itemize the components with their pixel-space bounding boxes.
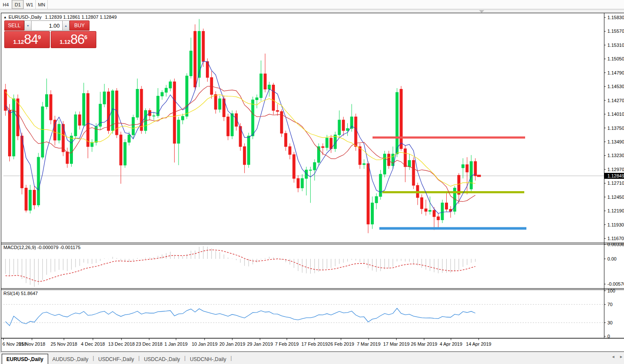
current-price-tag: 1.12849 <box>607 173 624 178</box>
volume-decrease-button[interactable]: ▼ <box>24 20 32 31</box>
svg-text:100: 100 <box>607 288 615 293</box>
svg-text:17 Mar 2019: 17 Mar 2019 <box>383 341 410 347</box>
svg-text:23 Dec 2018: 23 Dec 2018 <box>136 341 162 347</box>
svg-text:0.003387: 0.003387 <box>607 242 624 247</box>
svg-text:26 Feb 2019: 26 Feb 2019 <box>328 341 354 347</box>
symbol-period-label: EURUSD-,Daily <box>9 14 42 20</box>
macd-label: MACD(12,26,9) -0.000079 -0.001175 <box>3 245 81 250</box>
svg-text:29 Jan 2019: 29 Jan 2019 <box>247 341 273 347</box>
chart-symbol-title: ▲EURUSD-,Daily1.12839 1.12861 1.12807 1.… <box>3 14 117 20</box>
volume-input[interactable]: 1.00 <box>32 20 62 31</box>
svg-text:1.12450: 1.12450 <box>607 195 624 200</box>
svg-text:1.12190: 1.12190 <box>607 208 624 213</box>
svg-text:1.14790: 1.14790 <box>607 70 624 75</box>
svg-text:14 Apr 2019: 14 Apr 2019 <box>466 341 491 347</box>
buy-button[interactable]: BUY <box>69 20 90 31</box>
timeframe-h4-button[interactable]: H4 <box>0 0 12 9</box>
symbol-tabbar: EURUSD-,Daily AUDUSD-,Daily | USDCHF-,Da… <box>0 352 624 364</box>
sell-button[interactable]: SELL <box>4 20 24 31</box>
macd-values: -0.000079 -0.001175 <box>37 245 80 250</box>
svg-text:1.15050: 1.15050 <box>607 56 624 61</box>
buy-price-main: 86 <box>70 32 84 47</box>
svg-text:4 Apr 2019: 4 Apr 2019 <box>439 341 462 347</box>
svg-text:26 Mar 2019: 26 Mar 2019 <box>411 341 437 347</box>
svg-text:1.13490: 1.13490 <box>607 139 624 144</box>
svg-text:25 Nov 2018: 25 Nov 2018 <box>51 341 77 347</box>
sell-price-button[interactable]: 1.12 84 9 <box>4 31 50 48</box>
timeframe-toolbar: H4 D1 W1 MN <box>0 0 624 9</box>
svg-text:1.14270: 1.14270 <box>607 98 624 103</box>
rsi-label: RSI(14) 51.8647 <box>3 291 38 296</box>
svg-text:1.15310: 1.15310 <box>607 43 624 48</box>
chart-region[interactable]: 1.158301.155701.153101.150501.147901.145… <box>0 9 624 352</box>
tab-scroll-right-icon[interactable]: ► <box>619 355 623 359</box>
svg-text:20 Jan 2019: 20 Jan 2019 <box>220 341 246 347</box>
svg-text:1.14530: 1.14530 <box>607 84 624 89</box>
svg-text:17 Feb 2019: 17 Feb 2019 <box>301 341 328 347</box>
timeframe-w1-button[interactable]: W1 <box>24 0 36 9</box>
svg-text:1 Jan 2019: 1 Jan 2019 <box>165 341 188 347</box>
volume-increase-button[interactable]: ▲ <box>62 20 69 31</box>
tab-usdchf[interactable]: USDCHF-,Daily <box>94 355 139 364</box>
svg-text:-0.00576: -0.00576 <box>607 281 624 287</box>
svg-text:1.15570: 1.15570 <box>607 29 624 34</box>
one-click-trading-panel: SELL ▼ 1.00 ▲ BUY 1.12 84 9 1.12 86 6 <box>4 20 96 48</box>
rsi-value: 51.8647 <box>21 291 38 296</box>
last-price-marker <box>477 175 481 177</box>
tab-audusd[interactable]: AUDUSD-,Daily <box>48 355 93 364</box>
svg-text:1.13230: 1.13230 <box>607 153 624 158</box>
tab-scroll-left-icon[interactable]: ◄ <box>611 355 615 359</box>
svg-text:30: 30 <box>607 320 612 325</box>
svg-text:1.11930: 1.11930 <box>607 222 624 227</box>
svg-text:70: 70 <box>607 302 612 307</box>
price-chart-canvas[interactable]: 1.158301.155701.153101.150501.147901.145… <box>0 9 624 352</box>
tab-usdcnh[interactable]: USDCNH-,Daily <box>185 355 230 364</box>
tab-separator: | <box>231 355 232 361</box>
svg-text:1.11670: 1.11670 <box>607 236 624 241</box>
timeframe-mn-button[interactable]: MN <box>36 0 48 9</box>
svg-text:7 Feb 2019: 7 Feb 2019 <box>275 341 299 347</box>
collapse-trade-panel-icon[interactable]: ▲ <box>3 15 7 19</box>
ohlc-values: 1.12839 1.12861 1.12807 1.12849 <box>45 14 117 20</box>
timeframe-d1-button[interactable]: D1 <box>12 0 24 9</box>
sell-price-pip: 9 <box>38 34 41 40</box>
buy-price-pip: 6 <box>84 34 87 40</box>
svg-text:1.13750: 1.13750 <box>607 126 624 131</box>
tab-usdcad[interactable]: USDCAD-,Daily <box>140 355 185 364</box>
svg-text:4 Dec 2018: 4 Dec 2018 <box>81 341 105 347</box>
svg-text:0: 0 <box>607 334 610 339</box>
svg-text:10 Jan 2019: 10 Jan 2019 <box>192 341 218 347</box>
svg-text:1.12710: 1.12710 <box>607 181 624 186</box>
svg-text:15 Nov 2018: 15 Nov 2018 <box>19 341 45 347</box>
svg-text:1.14010: 1.14010 <box>607 112 624 117</box>
svg-text:1.15830: 1.15830 <box>607 15 624 20</box>
tab-eurusd[interactable]: EURUSD-,Daily <box>2 354 48 364</box>
svg-text:0.00: 0.00 <box>607 256 616 261</box>
svg-text:13 Dec 2018: 13 Dec 2018 <box>108 341 135 347</box>
svg-text:1.12970: 1.12970 <box>607 167 624 172</box>
svg-text:7 Mar 2019: 7 Mar 2019 <box>357 341 381 347</box>
buy-price-prefix: 1.12 <box>60 39 70 45</box>
sell-price-prefix: 1.12 <box>13 39 24 45</box>
sell-price-main: 84 <box>24 32 38 47</box>
mt4-window: { "toolbar": { "timeframes": [ {"label":… <box>0 0 624 364</box>
buy-price-button[interactable]: 1.12 86 6 <box>51 31 96 48</box>
